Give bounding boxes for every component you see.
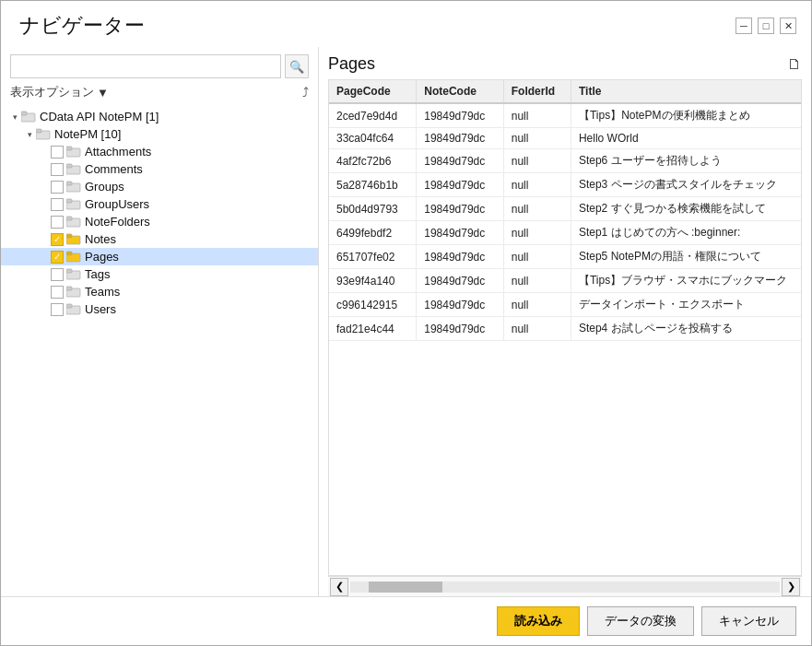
refresh-icon: ⤴: [302, 85, 309, 100]
table-container[interactable]: PageCodeNoteCodeFolderIdTitleBody 2ced7e…: [328, 79, 802, 576]
tree-item[interactable]: Tags: [1, 265, 318, 283]
content-area: 🔍 表示オプション ▼ ⤴ ▾ CData API NotePM [1]▾: [1, 47, 811, 596]
svg-rect-1: [21, 112, 27, 115]
scroll-thumb[interactable]: [369, 581, 442, 593]
column-header[interactable]: FolderId: [503, 80, 571, 103]
tree-checkbox[interactable]: [51, 181, 64, 194]
table-cell: Step1 はじめての方へ :beginner:: [571, 221, 802, 245]
data-table: PageCodeNoteCodeFolderIdTitleBody 2ced7e…: [329, 80, 802, 341]
table-row[interactable]: 93e9f4a14019849d79dcnull【Tips】ブラウザ・スマホにブ…: [329, 269, 802, 293]
svg-rect-15: [66, 234, 72, 238]
tree-item-label: Groups: [85, 180, 124, 194]
expand-icon: [38, 198, 51, 211]
display-options-button[interactable]: 表示オプション ▼: [10, 84, 109, 100]
table-cell: c996142915: [329, 293, 417, 317]
svg-rect-9: [66, 182, 72, 185]
tree-checkbox[interactable]: ✓: [51, 251, 64, 264]
search-icon: 🔍: [289, 60, 304, 74]
tree-item[interactable]: Users: [1, 300, 318, 318]
table-cell: 93e9f4a140: [329, 269, 417, 293]
cancel-button[interactable]: キャンセル: [701, 606, 796, 636]
transform-button[interactable]: データの変換: [587, 606, 694, 636]
table-cell: null: [503, 245, 571, 269]
table-cell: 【Tips】NotePMの便利機能まとめ: [571, 103, 802, 128]
tree-checkbox[interactable]: [51, 286, 64, 299]
tree-checkbox[interactable]: [51, 163, 64, 176]
table-cell: Step3 ページの書式スタイルをチェック: [571, 173, 802, 197]
table-header-row: Pages 🗋: [328, 54, 802, 79]
tree-item-label: CData API NotePM [1]: [40, 110, 159, 123]
svg-rect-23: [66, 304, 72, 308]
tree-checkbox[interactable]: [51, 198, 64, 211]
table-cell: fad21e4c44: [329, 317, 417, 341]
table-icon-button[interactable]: 🗋: [787, 56, 802, 73]
title-bar: ナビゲーター ─ □ ✕: [1, 1, 811, 47]
close-button[interactable]: ✕: [780, 18, 796, 34]
table-cell: null: [503, 269, 571, 293]
expand-icon: [38, 216, 51, 229]
table-cell: Hello WOrld: [571, 128, 802, 149]
tree-item[interactable]: Groups: [1, 178, 318, 195]
folder-icon: [66, 146, 81, 158]
folder-icon: [36, 128, 51, 140]
table-row[interactable]: fad21e4c4419849d79dcnullStep4 お試しページを投稿す…: [329, 317, 802, 341]
tree-item-label: Notes: [85, 232, 116, 246]
column-header[interactable]: PageCode: [329, 80, 417, 103]
scroll-right-button[interactable]: ❯: [782, 578, 800, 596]
svg-rect-5: [66, 147, 72, 150]
table-cell: null: [503, 197, 571, 221]
table-row[interactable]: 6499febdf219849d79dcnullStep1 はじめての方へ :b…: [329, 221, 802, 245]
tree-checkbox[interactable]: [51, 268, 64, 281]
column-header[interactable]: NoteCode: [417, 80, 504, 103]
tree-checkbox[interactable]: [51, 146, 64, 159]
scroll-track[interactable]: [350, 581, 780, 593]
table-cell: 5b0d4d9793: [329, 197, 417, 221]
table-row[interactable]: 5a28746b1b19849d79dcnullStep3 ページの書式スタイル…: [329, 173, 802, 197]
table-row[interactable]: 4af2fc72b619849d79dcnullStep6 ユーザーを招待しよう…: [329, 149, 802, 173]
tree-item-label: NoteFolders: [85, 215, 150, 229]
tree-item[interactable]: ✓ Notes: [1, 230, 318, 248]
tree-checkbox[interactable]: [51, 303, 64, 316]
tree-checkbox[interactable]: ✓: [51, 233, 64, 246]
tree-item[interactable]: Comments: [1, 160, 318, 178]
table-cell: 19849d79dc: [417, 128, 504, 149]
horizontal-scrollbar: ❮ ❯: [328, 576, 802, 596]
table-row[interactable]: 5b0d4d979319849d79dcnullStep2 すぐ見つかる検索機能…: [329, 197, 802, 221]
table-cell: 19849d79dc: [417, 197, 504, 221]
expand-icon: [38, 268, 51, 281]
refresh-icon-button[interactable]: ⤴: [302, 85, 309, 100]
tree-checkbox[interactable]: [51, 216, 64, 229]
table-row[interactable]: 2ced7e9d4d19849d79dcnull【Tips】NotePMの便利機…: [329, 103, 802, 128]
table-cell: 19849d79dc: [417, 173, 504, 197]
maximize-button[interactable]: □: [758, 18, 774, 34]
right-panel: Pages 🗋 PageCodeNoteCodeFolderIdTitleBod…: [319, 47, 811, 596]
folder-icon: [66, 268, 81, 280]
load-button[interactable]: 読み込み: [497, 606, 580, 636]
tree-item[interactable]: GroupUsers: [1, 195, 318, 213]
search-button[interactable]: 🔍: [285, 54, 309, 78]
minimize-button[interactable]: ─: [736, 18, 752, 34]
folder-icon: [21, 111, 36, 123]
table-title: Pages: [328, 54, 375, 74]
table-row[interactable]: 33ca04fc6419849d79dcnullHello WOrldssdfs…: [329, 128, 802, 149]
table-row[interactable]: c99614291519849d79dcnullデータインポート・エクスポート#…: [329, 293, 802, 317]
tree-item-label: Pages: [85, 250, 119, 264]
tree-item[interactable]: NoteFolders: [1, 213, 318, 230]
folder-icon: [66, 303, 81, 315]
table-row[interactable]: 651707fe0219849d79dcnullStep5 NotePMの用語・…: [329, 245, 802, 269]
tree-item[interactable]: ✓ Pages: [1, 248, 318, 265]
navigator-dialog: ナビゲーター ─ □ ✕ 🔍 表示オプション ▼: [0, 0, 812, 646]
table-cell: 19849d79dc: [417, 245, 504, 269]
scroll-left-button[interactable]: ❮: [330, 578, 348, 596]
tree-item[interactable]: ▾ NotePM [10]: [1, 125, 318, 143]
tree-item[interactable]: ▾ CData API NotePM [1]: [1, 108, 318, 125]
expand-icon: ▾: [8, 111, 21, 123]
table-cell: null: [503, 103, 571, 128]
tree-item[interactable]: Teams: [1, 283, 318, 300]
expand-icon: [38, 286, 51, 299]
column-header[interactable]: Title: [571, 80, 802, 103]
table-cell: 33ca04fc64: [329, 128, 417, 149]
tree-item[interactable]: Attachments: [1, 143, 318, 160]
search-input[interactable]: [10, 54, 281, 78]
tree-item-label: Attachments: [85, 145, 151, 159]
